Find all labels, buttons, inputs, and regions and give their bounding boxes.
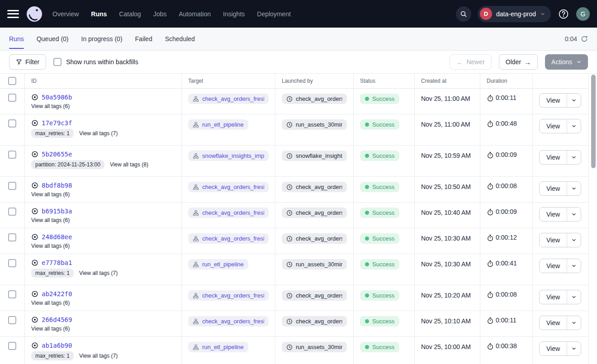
deployment-switcher[interactable]: D data-eng-prod (478, 6, 551, 22)
target-job-link[interactable]: check_avg_orders_freshne (188, 233, 269, 244)
view-all-tags-link[interactable]: View all tags (7) (79, 130, 118, 137)
view-dropdown-button[interactable] (567, 259, 581, 273)
view-all-tags-link[interactable]: View all tags (6) (31, 217, 70, 223)
actions-dropdown-button[interactable]: Actions (545, 54, 588, 70)
view-dropdown-button[interactable] (567, 233, 581, 247)
view-dropdown-button[interactable] (567, 119, 581, 133)
target-job-link[interactable]: check_avg_orders_freshne (188, 290, 269, 301)
launched-by-link[interactable]: check_avg_orders_f… (282, 233, 347, 244)
launched-by-link[interactable]: run_assets_30min (282, 119, 347, 130)
row-checkbox[interactable] (8, 119, 16, 128)
row-checkbox[interactable] (8, 151, 16, 159)
target-job-link[interactable]: run_etl_pipeline (188, 259, 248, 269)
run-tag-pill[interactable]: partition: 2024-11-25-13:00 (31, 160, 104, 169)
view-dropdown-button[interactable] (567, 151, 581, 164)
view-all-tags-link[interactable]: View all tags (6) (31, 300, 70, 306)
row-checkbox[interactable] (8, 259, 16, 267)
view-all-tags-link[interactable]: View all tags (7) (79, 270, 118, 276)
view-run-button[interactable]: View (540, 182, 567, 195)
run-id-link[interactable]: ab2422f0 (42, 290, 72, 298)
row-checkbox[interactable] (8, 290, 16, 298)
view-all-tags-link[interactable]: View all tags (6) (31, 326, 70, 332)
run-tag-pill[interactable]: max_retries: 1 (31, 269, 74, 278)
run-id-link[interactable]: 5b20655e (42, 151, 72, 158)
launched-by-link[interactable]: run_assets_30min (282, 259, 347, 269)
run-id-link[interactable]: 266d4569 (42, 316, 72, 323)
nav-item-jobs[interactable]: Jobs (153, 10, 167, 18)
view-run-button[interactable]: View (540, 259, 567, 273)
view-dropdown-button[interactable] (567, 290, 581, 304)
target-job-link[interactable]: snowflake_insights_import (188, 151, 269, 161)
tab-failed[interactable]: Failed (135, 28, 152, 50)
launched-by-link[interactable]: check_avg_orders_f… (282, 316, 347, 326)
view-run-button[interactable]: View (540, 94, 567, 107)
search-button[interactable] (456, 6, 471, 22)
view-run-button[interactable]: View (540, 151, 567, 164)
view-all-tags-link[interactable]: View all tags (7) (79, 353, 118, 359)
target-job-link[interactable]: check_avg_orders_freshne (188, 316, 269, 326)
row-checkbox[interactable] (8, 208, 16, 216)
row-checkbox[interactable] (8, 316, 16, 324)
older-button[interactable]: Older → (499, 54, 538, 70)
nav-item-automation[interactable]: Automation (179, 10, 211, 18)
target-job-link[interactable]: run_etl_pipeline (188, 342, 248, 352)
view-run-button[interactable]: View (540, 119, 567, 133)
view-dropdown-button[interactable] (567, 94, 581, 107)
launched-by-link[interactable]: check_avg_orders_f… (282, 94, 347, 104)
view-dropdown-button[interactable] (567, 316, 581, 330)
launched-by-link[interactable]: snowflake_insights_… (282, 151, 347, 161)
view-all-tags-link[interactable]: View all tags (8) (110, 161, 148, 168)
launched-by-link[interactable]: check_avg_orders_f… (282, 182, 347, 192)
nav-item-insights[interactable]: Insights (223, 10, 245, 18)
tab-queued-0[interactable]: Queued (0) (37, 28, 69, 50)
newer-button[interactable]: ← Newer (450, 54, 491, 70)
tab-in-progress-0[interactable]: In progress (0) (81, 28, 123, 50)
dagster-logo-icon[interactable] (26, 6, 43, 22)
nav-item-overview[interactable]: Overview (52, 10, 79, 18)
refresh-icon[interactable] (581, 35, 588, 43)
row-checkbox[interactable] (8, 233, 16, 241)
select-all-checkbox[interactable] (8, 77, 16, 85)
run-id-link[interactable]: 8bdf8b98 (42, 182, 72, 189)
view-run-button[interactable]: View (540, 233, 567, 247)
run-id-link[interactable]: 50a5986b (42, 94, 72, 101)
user-avatar[interactable]: G (576, 7, 590, 21)
view-run-button[interactable]: View (540, 316, 567, 330)
help-button[interactable] (557, 8, 570, 20)
row-checkbox[interactable] (8, 94, 16, 102)
row-checkbox[interactable] (8, 182, 16, 190)
run-id-link[interactable]: 17e79c3f (42, 119, 72, 127)
nav-item-catalog[interactable]: Catalog (119, 10, 141, 18)
launched-by-link[interactable]: check_avg_orders_f… (282, 208, 347, 218)
filter-button[interactable]: Filter (9, 54, 46, 70)
view-dropdown-button[interactable] (567, 342, 581, 355)
run-id-link[interactable]: 248d68ee (42, 233, 72, 241)
tab-scheduled[interactable]: Scheduled (165, 28, 195, 50)
view-all-tags-link[interactable]: View all tags (6) (31, 103, 70, 109)
view-dropdown-button[interactable] (567, 182, 581, 195)
view-all-tags-link[interactable]: View all tags (6) (31, 243, 70, 249)
row-checkbox[interactable] (8, 342, 16, 350)
nav-item-deployment[interactable]: Deployment (257, 10, 291, 18)
view-run-button[interactable]: View (540, 290, 567, 304)
launched-by-link[interactable]: check_avg_orders_f… (282, 290, 347, 301)
run-tag-pill[interactable]: max_retries: 1 (31, 129, 74, 138)
target-job-link[interactable]: check_avg_orders_freshne (188, 208, 269, 218)
view-dropdown-button[interactable] (567, 208, 581, 221)
view-all-tags-link[interactable]: View all tags (6) (31, 191, 70, 198)
run-tag-pill[interactable]: max_retries: 1 (31, 351, 74, 360)
backfills-checkbox[interactable] (53, 58, 62, 66)
view-run-button[interactable]: View (540, 342, 567, 355)
run-id-link[interactable]: b6915b3a (42, 208, 72, 215)
nav-item-runs[interactable]: Runs (91, 10, 107, 18)
run-id-link[interactable]: ab1a6b90 (42, 342, 72, 349)
run-id-link[interactable]: e7778ba1 (42, 259, 72, 266)
view-run-button[interactable]: View (540, 208, 567, 221)
target-job-link[interactable]: check_avg_orders_freshne (188, 182, 269, 192)
launched-by-link[interactable]: run_assets_30min (282, 342, 347, 352)
target-job-link[interactable]: check_avg_orders_freshne (188, 94, 269, 104)
vertical-scrollbar-thumb[interactable] (591, 75, 596, 168)
hamburger-menu-icon[interactable] (7, 10, 19, 18)
tab-runs[interactable]: Runs (9, 28, 24, 50)
target-job-link[interactable]: run_etl_pipeline (188, 119, 248, 130)
